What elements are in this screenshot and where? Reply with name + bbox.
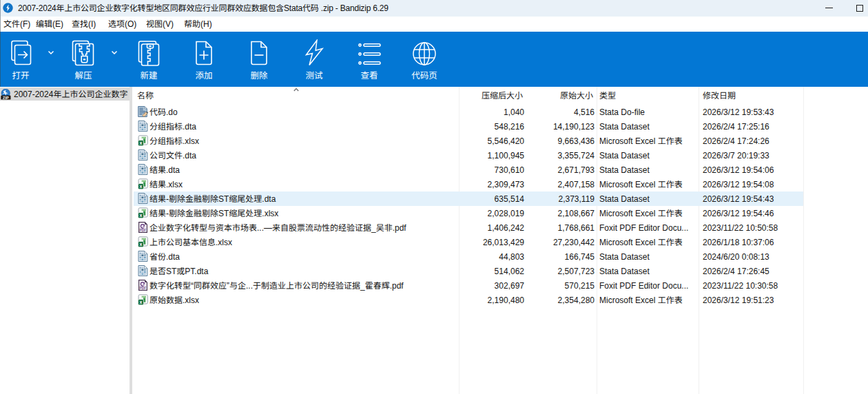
- svg-text:x: x: [140, 184, 143, 189]
- svg-text:PDF: PDF: [140, 287, 147, 290]
- svg-text:PDF: PDF: [140, 229, 147, 232]
- svg-text:x: x: [140, 141, 143, 145]
- svg-text:x: x: [140, 213, 143, 218]
- svg-text:ZIP: ZIP: [3, 96, 9, 100]
- svg-text:x: x: [140, 300, 143, 304]
- svg-text:x: x: [140, 242, 143, 247]
